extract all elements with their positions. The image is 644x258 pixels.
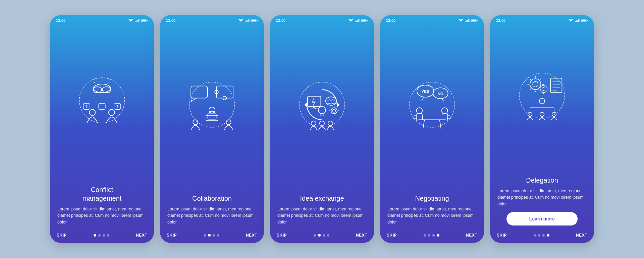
text-content-5: Delegation Lorem ipsum dolor sit dim ame… <box>490 176 594 229</box>
svg-point-107 <box>540 85 547 93</box>
next-button-3[interactable]: NEXT <box>356 233 367 238</box>
bottom-nav-2: SKIP NEXT <box>160 229 264 243</box>
status-icons-4 <box>459 19 478 22</box>
time-5: 12:00 <box>496 18 505 22</box>
svg-rect-46 <box>357 20 358 22</box>
dot-2-4 <box>217 234 219 237</box>
screen-body-5: Lorem ipsum dolor sit dim amet, mea regi… <box>497 188 587 207</box>
screen-negotiating: 12:00 YES NO <box>380 15 484 243</box>
dot-3-3 <box>323 234 325 237</box>
text-content-3: Idea exchange Lorem ipsum dolor sit dim … <box>270 194 374 229</box>
next-button-2[interactable]: NEXT <box>246 233 257 238</box>
next-button-4[interactable]: NEXT <box>466 233 477 238</box>
next-button-1[interactable]: NEXT <box>136 233 147 238</box>
screen-body-4: Lorem ipsum dolor sit dim amet, mea regi… <box>387 206 477 225</box>
svg-rect-2 <box>137 20 138 22</box>
signal-icon-4 <box>465 19 470 22</box>
skip-button-5[interactable]: SKIP <box>497 233 507 238</box>
dot-4-1 <box>424 234 426 237</box>
svg-rect-91 <box>578 19 579 22</box>
dot-5-2 <box>538 234 540 237</box>
svg-point-67 <box>311 121 316 126</box>
svg-rect-50 <box>367 20 368 21</box>
skip-button-3[interactable]: SKIP <box>277 233 287 238</box>
svg-line-103 <box>530 79 531 80</box>
svg-text:?: ? <box>86 105 88 109</box>
screen-collaboration: 12:00 <box>160 15 264 243</box>
svg-text:?: ? <box>116 105 119 109</box>
svg-rect-25 <box>245 21 246 22</box>
svg-line-85 <box>440 120 441 129</box>
dot-4-2 <box>428 234 430 237</box>
svg-rect-92 <box>579 19 580 22</box>
svg-line-105 <box>530 89 531 90</box>
dot-2-2 <box>208 234 211 237</box>
svg-line-84 <box>423 120 425 129</box>
svg-text:YES: YES <box>422 89 430 93</box>
wifi-icon-5 <box>569 19 573 22</box>
svg-point-18 <box>109 109 115 115</box>
svg-rect-4 <box>139 19 140 22</box>
next-button-5[interactable]: NEXT <box>576 233 587 238</box>
learn-more-button[interactable]: Learn more <box>506 212 578 225</box>
dot-4-3 <box>432 234 435 237</box>
dot-2-3 <box>213 234 215 237</box>
dot-5-4 <box>547 234 549 237</box>
dot-3-2 <box>318 234 321 237</box>
bottom-nav-4: SKIP NEXT <box>380 229 484 243</box>
status-bar-3: 12:00 <box>270 15 374 24</box>
status-bar-1: 12:00 <box>50 15 154 24</box>
svg-point-86 <box>416 108 422 114</box>
svg-point-124 <box>528 112 532 117</box>
signal-icon-5 <box>575 19 580 22</box>
svg-rect-77 <box>472 20 476 21</box>
svg-point-98 <box>533 81 538 87</box>
svg-rect-70 <box>465 21 466 22</box>
svg-rect-7 <box>142 20 146 21</box>
battery-icon-1 <box>141 19 148 22</box>
svg-point-126 <box>552 112 556 117</box>
svg-point-58 <box>326 97 336 105</box>
svg-point-69 <box>328 121 333 126</box>
battery-icon-2 <box>251 19 258 22</box>
status-icons-3 <box>348 19 368 22</box>
icon-area-3 <box>270 24 374 194</box>
svg-rect-41 <box>208 113 216 119</box>
time-4: 12:00 <box>386 18 395 22</box>
skip-button-1[interactable]: SKIP <box>57 233 67 238</box>
svg-point-97 <box>530 79 541 89</box>
svg-line-56 <box>312 107 317 109</box>
screens-container: 12:00 <box>50 15 594 243</box>
svg-rect-0 <box>135 21 136 22</box>
dot-2-1 <box>204 234 206 237</box>
skip-button-4[interactable]: SKIP <box>387 233 397 238</box>
icon-area-2 <box>160 24 264 194</box>
screen-body-2: Lorem ipsum dolor sit dim amet, mea regi… <box>167 206 257 225</box>
signal-icon-3 <box>355 19 360 22</box>
svg-rect-94 <box>587 20 588 21</box>
time-1: 12:00 <box>56 18 65 22</box>
svg-rect-73 <box>468 19 469 22</box>
icon-area-1: ? ··· ? <box>50 24 154 185</box>
text-content-4: Negotiating Lorem ipsum dolor sit dim am… <box>380 194 484 229</box>
svg-marker-35 <box>191 98 197 102</box>
svg-rect-1 <box>136 20 137 22</box>
svg-rect-34 <box>191 86 208 98</box>
svg-rect-90 <box>577 20 578 22</box>
dot-1-2 <box>98 234 101 237</box>
screen-title-3: Idea exchange <box>277 194 367 203</box>
svg-rect-3 <box>138 19 139 22</box>
wifi-icon-4 <box>459 19 463 22</box>
dot-3-4 <box>327 234 329 237</box>
svg-rect-74 <box>469 19 470 22</box>
signal-icon-2 <box>245 19 250 22</box>
screen-title-2: Collaboration <box>167 194 257 203</box>
svg-rect-29 <box>249 19 250 22</box>
text-content-1: Conflictmanagement Lorem ipsum dolor sit… <box>50 185 154 229</box>
screen-body-3: Lorem ipsum dolor sit dim amet, mea regi… <box>277 206 367 225</box>
icon-area-5 <box>490 24 594 176</box>
time-2: 12:00 <box>166 18 175 22</box>
svg-rect-47 <box>358 19 359 22</box>
dot-1-3 <box>103 234 105 237</box>
skip-button-2[interactable]: SKIP <box>167 233 177 238</box>
